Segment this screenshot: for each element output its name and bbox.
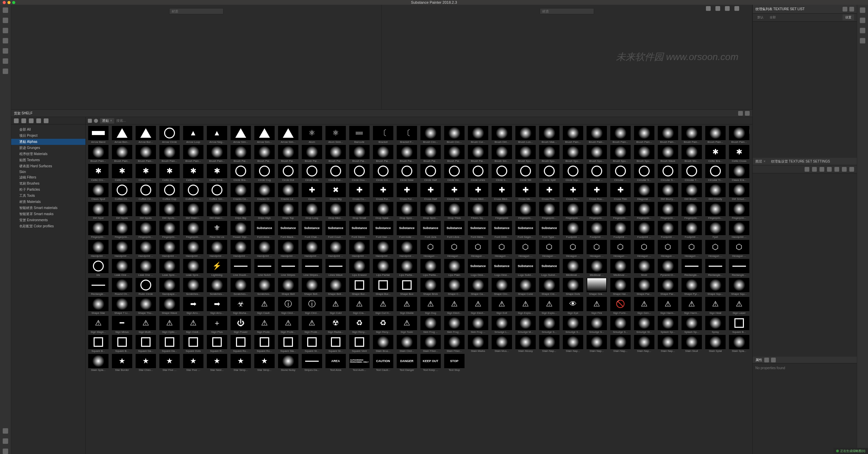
shelf-item[interactable]: Stain Nap... — [633, 335, 655, 353]
shelf-item[interactable]: Circle Half — [419, 164, 442, 182]
shelf-item[interactable]: ✱Celtic Bra... — [704, 145, 727, 163]
shelf-item[interactable]: Handprint ... — [324, 240, 347, 258]
shelf-unhide-icon[interactable] — [36, 118, 41, 123]
shelf-item[interactable]: Drips High — [253, 202, 276, 220]
refresh-icon[interactable] — [94, 119, 98, 123]
shelf-item[interactable]: Brush Wave — [657, 145, 679, 163]
shelf-item[interactable]: 〔Bracket — [372, 126, 394, 144]
shelf-item[interactable]: SubstanceFont Orbit... — [491, 221, 513, 239]
shelf-item[interactable]: Square Da... — [135, 335, 157, 353]
shelf-item[interactable]: ⚠Sign Explo... — [514, 297, 537, 315]
polyfill-tool-icon[interactable] — [3, 38, 8, 43]
shelf-item[interactable]: SubstanceFont Alme... — [253, 221, 276, 239]
shelf-item[interactable]: ⬡Hexagon ... — [562, 240, 584, 258]
shelf-item[interactable]: Smudge St... — [633, 316, 655, 334]
shelf-category[interactable]: 粒子 Particles — [11, 187, 85, 193]
add-smart-material-icon[interactable] — [820, 167, 824, 172]
shelf-item[interactable]: Stain Mossy — [514, 335, 537, 353]
shelf-item[interactable]: STOPText Stop — [443, 354, 466, 372]
shelf-item[interactable]: Handprint ... — [87, 240, 110, 258]
shelf-item[interactable]: Circle Slit — [514, 164, 537, 182]
shelf-item[interactable]: Brush Pain... — [562, 126, 584, 144]
shelf-item[interactable]: Handprint ... — [348, 240, 371, 258]
shelf-item[interactable]: ★Star Simp... — [230, 354, 252, 372]
shelf-item[interactable]: Shape Tho... — [135, 297, 157, 315]
shelf-item[interactable]: Fingerprin... — [135, 221, 157, 239]
shelf-category[interactable]: 硬表面 Hard Surfaces — [11, 163, 85, 169]
shelf-item[interactable]: Iris — [87, 259, 110, 277]
shelf-item[interactable]: Stain Mos... — [491, 335, 513, 353]
shelf-item[interactable]: Fingerprin... — [514, 202, 537, 220]
shelf-item[interactable]: Arrow Sim... — [253, 126, 276, 144]
shelf-item[interactable]: Sandpape... — [158, 278, 181, 296]
shelf-item[interactable]: ✚Cross Mal... — [443, 183, 466, 201]
shelf-item[interactable]: ★Star Chev... — [135, 354, 157, 372]
shelf-item[interactable]: Shape C... — [443, 278, 466, 296]
shader-settings-icon[interactable] — [860, 18, 865, 23]
shelf-item[interactable]: Circle Bra... — [230, 164, 252, 182]
shelf-item[interactable]: ⬡Hexagon ... — [491, 240, 513, 258]
shelf-item[interactable]: Rectangle... — [680, 259, 703, 277]
shelf-item[interactable]: Medieval ... — [586, 259, 608, 277]
shelf-item[interactable]: Fingerprin... — [680, 202, 703, 220]
shelf-category[interactable]: 智能材质 Smart materials — [11, 205, 85, 211]
shelf-item[interactable]: Lips Partia... — [419, 259, 442, 277]
shelf-item[interactable]: ⬡Hexagon ... — [680, 240, 703, 258]
shelf-item[interactable]: Drop Small — [348, 202, 371, 220]
shelf-item[interactable]: ⚠Sign Dog — [419, 297, 442, 315]
shelf-item[interactable]: ⬡Hexagon ... — [704, 240, 727, 258]
add-group-icon[interactable] — [834, 167, 839, 172]
shelf-category[interactable]: 色彩配置 Color profiles — [11, 223, 85, 229]
shelf-item[interactable]: Brush Pai... — [443, 145, 466, 163]
shelf-item[interactable]: Arrow Ben... — [111, 126, 133, 144]
shelf-item[interactable]: ⚠Sign Toxic — [396, 316, 418, 334]
shelf-close-icon[interactable] — [745, 111, 750, 116]
shelf-category[interactable]: 笔刷 Brushes — [11, 181, 85, 187]
shelf-item[interactable]: Handprint ... — [111, 240, 133, 258]
shelf-item[interactable]: Shape Ca... — [467, 278, 489, 296]
shelf-item[interactable]: Line Notch — [253, 259, 276, 277]
shelf-item[interactable]: ⚠Sign Oxidi... — [182, 316, 204, 334]
shelf-item[interactable]: Brush Dirt... — [491, 126, 513, 144]
viewport-2d[interactable]: 材质 未来软件园 www.orsoon.com — [382, 5, 752, 109]
shelf-item[interactable]: ✚Cross — [301, 183, 323, 201]
shelf-item[interactable]: ✚Cross Thin — [609, 183, 632, 201]
shelf-category[interactable]: 全部 All — [11, 127, 85, 133]
shelf-item[interactable]: Circle Cog — [253, 164, 276, 182]
shelf-item[interactable]: Circle Gear — [396, 164, 418, 182]
shelf-item[interactable]: Brush Spo... — [538, 145, 560, 163]
shelf-item[interactable]: Circular ... — [609, 164, 632, 182]
shelf-item[interactable]: ⚠Sign Prote... — [277, 316, 299, 334]
shelf-item[interactable]: SubstanceFont Indie ... — [396, 221, 418, 239]
shelf-item[interactable]: Lines Wave — [324, 259, 347, 277]
shelf-item[interactable]: Stain Nap... — [609, 335, 632, 353]
shelf-item[interactable]: Dirt Blurry... — [657, 183, 679, 201]
shelf-category[interactable]: 滤镜 Filters — [11, 174, 85, 181]
shelf-item[interactable]: Brush Circ... — [443, 126, 466, 144]
shelf-item[interactable]: ⚠Sign Cut H... — [372, 297, 394, 315]
shelf-item[interactable]: ★Star Five ... — [158, 354, 181, 372]
viewport-3d[interactable]: 材质 — [11, 5, 382, 109]
shelf-item[interactable]: ✚Cross Pea... — [538, 183, 560, 201]
shelf-item[interactable]: Circle Split — [538, 164, 560, 182]
shelf-item[interactable]: Brush Pain... — [704, 126, 727, 144]
shelf-item[interactable]: Square B... — [728, 316, 750, 334]
shelf-item[interactable]: Shape Wave — [158, 297, 181, 315]
zoom-icon[interactable] — [12, 1, 15, 4]
shelf-item[interactable]: Brush Mak... — [538, 126, 560, 144]
shelf-item[interactable]: Footprint ... — [680, 221, 703, 239]
shelf-item[interactable]: Brush Pain... — [111, 145, 133, 163]
shelf-item[interactable]: Arrow Bor... — [135, 126, 157, 144]
shelf-item[interactable]: Drop Thick — [443, 202, 466, 220]
shelf-item[interactable]: SubstanceLogo Subst... — [538, 259, 560, 277]
shelf-item[interactable]: Arrow Sim... — [230, 126, 252, 144]
shelf-item[interactable]: ✚Cross Med... — [467, 183, 489, 201]
shelf-item[interactable]: ✚Cross Med... — [491, 183, 513, 201]
shelf-item[interactable]: Brush Lon... — [514, 126, 537, 144]
shelf-item[interactable]: Smudge S... — [609, 316, 632, 334]
shelf-item[interactable]: Circle Em... — [372, 164, 394, 182]
shelf-item[interactable]: Fingerprin... — [704, 202, 727, 220]
shelf-item[interactable]: Rectangle... — [87, 278, 110, 296]
shelf-item[interactable]: Dirt Smud... — [728, 183, 750, 201]
iray-icon[interactable] — [715, 6, 720, 11]
